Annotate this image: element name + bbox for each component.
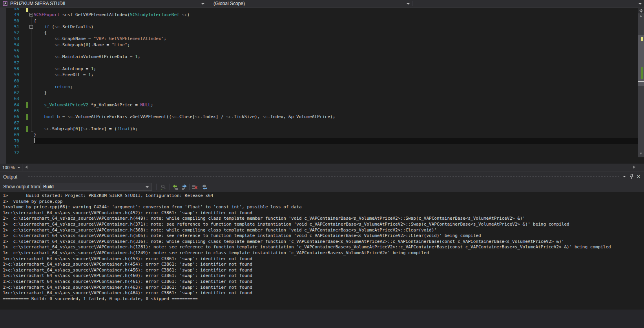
outlining-margin	[29, 42, 34, 48]
outlining-margin	[29, 78, 34, 84]
toggle-word-wrap-icon[interactable]: ab	[201, 182, 210, 191]
output-panel-title: Output	[3, 174, 17, 180]
output-source-combobox[interactable]: Build	[40, 183, 152, 191]
collapse-region-icon[interactable]	[29, 13, 33, 16]
code-line[interactable]: 71	[0, 144, 638, 150]
caret-position-marker	[638, 81, 644, 82]
outlining-margin	[29, 96, 34, 102]
output-line: 1>c:\sierrachart_64_vs\acs_source\VAPCon…	[3, 273, 644, 279]
code-line[interactable]: 59 sc.FreeDLL = 1;	[0, 72, 638, 78]
splitter-handle-icon[interactable]	[638, 8, 644, 13]
output-line: 1>c:\sierrachart_64_vs\acs_source\VAPCon…	[3, 290, 644, 296]
code-text	[34, 138, 35, 144]
output-line: ========== Build: 0 succeeded, 1 failed,…	[3, 296, 644, 302]
code-editor[interactable]: 4849SCSFExport scsf_GetVAPElementAtIndex…	[0, 8, 644, 164]
scroll-left-arrow-icon[interactable]	[25, 166, 27, 169]
scroll-down-arrow-icon[interactable]	[640, 153, 642, 155]
text-cursor	[34, 138, 35, 143]
scroll-right-arrow-icon[interactable]	[633, 166, 635, 169]
line-number: 55	[0, 48, 22, 54]
line-number: 53	[0, 36, 22, 42]
code-line[interactable]: 69}	[0, 132, 638, 138]
code-line[interactable]: 54 sc.Subgraph[0].Name = "Line";	[0, 42, 638, 48]
code-line[interactable]: 72	[0, 150, 638, 156]
toolbar-separator	[189, 184, 190, 190]
change-tracking-margin	[22, 30, 29, 36]
code-line[interactable]: 65	[0, 108, 638, 114]
outlining-margin	[29, 54, 34, 60]
project-dropdown[interactable]: PRUZKUM SIERA STUDII	[0, 0, 207, 7]
change-tracking-margin	[22, 42, 29, 48]
find-message-in-code-icon	[159, 182, 168, 191]
outlining-margin	[29, 30, 34, 36]
output-line: 1>c:\sierrachart_64_vs\acs_source\VAPCon…	[3, 279, 644, 285]
code-line[interactable]: 51 if (sc.SetDefaults)	[0, 24, 638, 30]
code-line[interactable]: 56 sc.MaintainVolumeAtPriceData = 1;	[0, 54, 638, 60]
scope-dropdown-label: (Global Scope)	[213, 1, 245, 6]
line-number: 70	[0, 138, 22, 144]
code-line[interactable]: 58 sc.AutoLoop = 1;	[0, 66, 638, 72]
outlining-margin	[29, 90, 34, 96]
output-line: 1> c:\sierrachart_64_vs\acs_source\VAPCo…	[3, 233, 644, 239]
zoom-level-dropdown[interactable]: 100 %	[0, 164, 22, 171]
code-line[interactable]: 49SCSFExport scsf_GetVAPElementAtIndex(S…	[0, 12, 638, 18]
saved-change-marker	[26, 114, 28, 120]
line-number: 50	[0, 18, 22, 24]
chevron-down-icon	[407, 3, 410, 5]
code-line[interactable]: 62 }	[0, 90, 638, 96]
output-panel-filler	[0, 310, 644, 328]
previous-message-icon[interactable]	[170, 182, 180, 191]
code-line[interactable]: 60	[0, 78, 638, 84]
change-tracking-margin	[22, 18, 29, 24]
code-line[interactable]: 67	[0, 120, 638, 126]
code-line[interactable]: 70	[0, 138, 638, 144]
saved-change-marker	[641, 67, 643, 79]
saved-change-marker	[26, 102, 28, 108]
line-number: 63	[0, 96, 22, 102]
code-line[interactable]: 61 return;	[0, 84, 638, 90]
toolbar-separator	[200, 184, 200, 190]
code-line[interactable]: 64 s_VolumeAtPriceV2 *p_VolumeAtPrice = …	[0, 102, 638, 108]
member-dropdown[interactable]	[412, 0, 644, 7]
output-log[interactable]: 1>------ Build started: Project: PRUZKUM…	[0, 192, 644, 310]
code-line[interactable]: 55	[0, 48, 638, 54]
saved-change-marker	[26, 126, 28, 132]
line-number: 56	[0, 54, 22, 60]
drag-grip-texture	[27, 176, 620, 178]
code-text: sc.MaintainVolumeAtPriceData = 1;	[34, 54, 140, 60]
change-tracking-margin	[22, 114, 29, 120]
output-title-bar[interactable]: Output ✕	[0, 171, 644, 182]
output-line: 1>c:\sierrachart_64_vs\acs_source\VAPCon…	[3, 285, 644, 291]
code-line[interactable]: 66 bool b = sc.VolumeAtPriceForBars->Get…	[0, 114, 638, 120]
scroll-up-arrow-icon[interactable]	[640, 15, 642, 17]
code-line[interactable]: 63	[0, 96, 638, 102]
editor-vertical-scrollbar[interactable]	[638, 8, 644, 157]
code-line[interactable]: 52 {	[0, 30, 638, 36]
scope-dropdown[interactable]: (Global Scope)	[207, 0, 412, 7]
line-number: 48	[0, 8, 22, 12]
change-tracking-margin	[22, 108, 29, 114]
window-position-icon[interactable]	[621, 173, 628, 180]
clear-all-output-icon[interactable]	[190, 182, 200, 191]
outlining-margin	[29, 138, 34, 144]
change-tracking-margin	[22, 126, 29, 132]
close-icon[interactable]: ✕	[635, 173, 642, 180]
code-text: }	[34, 132, 36, 138]
collapse-region-icon[interactable]	[29, 25, 33, 29]
change-tracking-margin	[22, 120, 29, 126]
code-line[interactable]: 53 sc.GraphName = "VBP: GetVAPElementAtI…	[0, 36, 638, 42]
change-tracking-margin	[22, 8, 29, 12]
code-line[interactable]: 57	[0, 60, 638, 66]
line-number: 69	[0, 132, 22, 138]
code-text: {	[34, 30, 47, 36]
output-line: 1> c:\sierrachart_64_vs\acs_source\VAPCo…	[3, 250, 644, 256]
output-line: 1> c:\sierrachart_64_vs\acs_source\VAPCo…	[3, 239, 644, 245]
code-line[interactable]: 48	[0, 8, 638, 12]
line-number: 51	[0, 24, 22, 30]
code-line[interactable]: 68 sc.Subgraph[0][sc.Index] = (float)b;	[0, 126, 638, 132]
pin-icon[interactable]	[628, 173, 635, 180]
next-message-icon[interactable]	[180, 182, 189, 191]
unsaved-change-marker	[641, 37, 643, 41]
change-tracking-margin	[22, 60, 29, 66]
code-line[interactable]: 50{	[0, 18, 638, 24]
